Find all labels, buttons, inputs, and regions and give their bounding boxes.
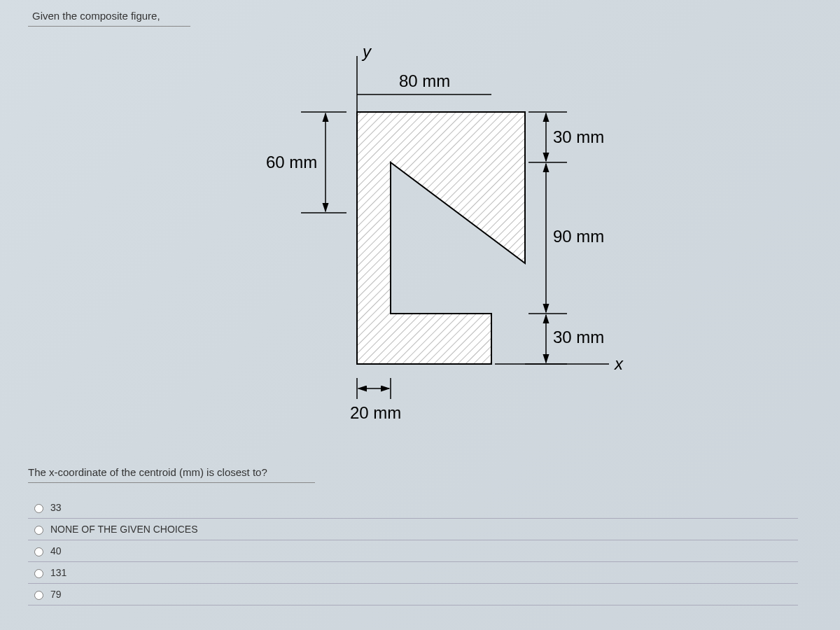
- x-axis-label: x: [614, 354, 624, 373]
- figure: y x 80 mm 60 mm 20 mm 30 mm: [0, 35, 840, 441]
- composite-shape: [357, 112, 525, 364]
- choice-label: NONE OF THE GIVEN CHOICES: [50, 524, 198, 535]
- dim-right-top: 30 mm: [553, 127, 604, 146]
- question-text: The x-coordinate of the centroid (mm) is…: [28, 463, 315, 483]
- choice-label: 33: [50, 502, 62, 513]
- y-axis-label: y: [361, 42, 372, 61]
- choice-option[interactable]: 40: [28, 540, 798, 562]
- choice-option[interactable]: NONE OF THE GIVEN CHOICES: [28, 519, 798, 540]
- radio-input[interactable]: [34, 526, 43, 535]
- radio-input[interactable]: [34, 504, 43, 513]
- dim-right-bot: 30 mm: [553, 328, 604, 346]
- dim-right-mid: 90 mm: [553, 227, 604, 246]
- radio-input[interactable]: [34, 547, 43, 556]
- choice-option[interactable]: 131: [28, 562, 798, 584]
- choice-option[interactable]: 79: [28, 584, 798, 606]
- dim-top-width: 80 mm: [399, 71, 450, 90]
- choice-label: 40: [50, 545, 62, 556]
- answer-choices: 33 NONE OF THE GIVEN CHOICES 40 131 79: [28, 497, 798, 606]
- choice-option[interactable]: 33: [28, 497, 798, 519]
- dim-left-height: 60 mm: [266, 153, 317, 172]
- choice-label: 79: [50, 589, 62, 600]
- radio-input[interactable]: [34, 569, 43, 578]
- radio-input[interactable]: [34, 591, 43, 600]
- question-prompt: Given the composite figure,: [28, 7, 190, 27]
- choice-label: 131: [50, 567, 66, 578]
- dim-bottom-width: 20 mm: [350, 403, 401, 422]
